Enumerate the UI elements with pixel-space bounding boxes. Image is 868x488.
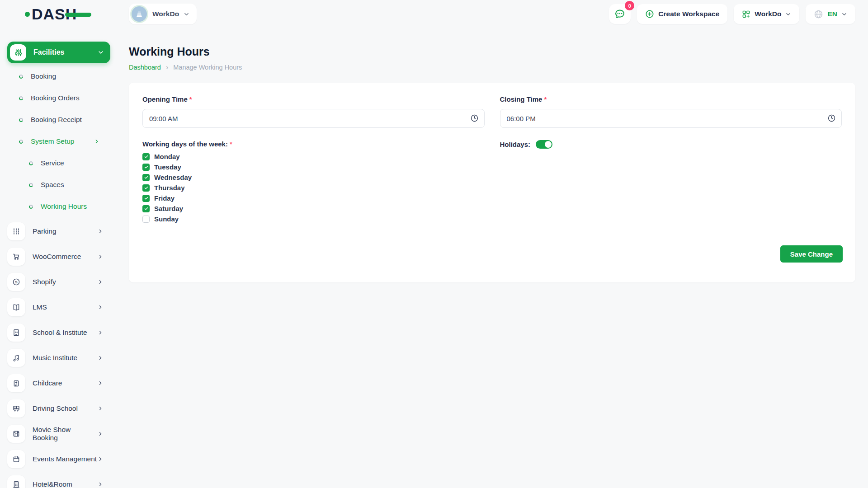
- clock-icon: [827, 114, 836, 122]
- checkbox-wednesday[interactable]: [142, 174, 150, 181]
- language-code: EN: [827, 10, 837, 18]
- sidebar-item-booking[interactable]: Booking: [7, 66, 110, 87]
- required-asterisk: *: [230, 140, 232, 148]
- sidebar: Facilities Booking Booking Orders Bookin…: [7, 42, 110, 488]
- sidebar-item-hotel-room[interactable]: Hotel&Room: [7, 472, 110, 488]
- chevron-down-icon: [184, 11, 189, 17]
- breadcrumb-separator: ›: [166, 64, 168, 71]
- opening-time-label: Opening Time*: [142, 95, 485, 103]
- sidebar-item-childcare[interactable]: Childcare: [7, 371, 110, 396]
- breadcrumb: Dashboard › Manage Working Hours: [129, 64, 855, 71]
- day-checkbox-row[interactable]: Sunday: [142, 214, 485, 224]
- app-logo: DASH: [25, 6, 91, 22]
- day-checkbox-row[interactable]: Friday: [142, 193, 485, 203]
- sidebar-item-working-hours[interactable]: Working Hours: [7, 196, 110, 217]
- logo-dot: [25, 12, 30, 17]
- day-checkbox-row[interactable]: Wednesday: [142, 172, 485, 183]
- music-note-icon: [7, 349, 25, 367]
- chevron-right-icon: [98, 406, 103, 411]
- workspace-menu-label: WorkDo: [755, 10, 781, 18]
- working-days-label: Working days of the week:*: [142, 140, 485, 148]
- checkbox-tuesday[interactable]: [142, 164, 150, 171]
- bullet-icon: [19, 139, 24, 144]
- chevron-right-icon: [98, 279, 103, 285]
- book-icon: [7, 298, 25, 316]
- sidebar-item-shopify[interactable]: S Shopify: [7, 269, 110, 295]
- bullet-icon: [19, 74, 24, 79]
- language-selector[interactable]: EN: [806, 4, 855, 24]
- closing-time-input[interactable]: [500, 109, 842, 128]
- day-checkbox-row[interactable]: Saturday: [142, 203, 485, 214]
- checkbox-saturday[interactable]: [142, 205, 150, 212]
- sidebar-item-booking-orders[interactable]: Booking Orders: [7, 87, 110, 109]
- opening-time-group: Opening Time* Working days of the week:*…: [142, 95, 485, 224]
- workspace-avatar: [132, 6, 147, 22]
- workspace-menu-button[interactable]: WorkDo: [734, 4, 799, 24]
- svg-text:S: S: [15, 280, 18, 284]
- chevron-right-icon: [98, 229, 103, 234]
- holidays-toggle[interactable]: [536, 140, 552, 149]
- sidebar-item-lms[interactable]: LMS: [7, 295, 110, 320]
- bullet-icon: [19, 117, 24, 122]
- page-title: Working Hours: [129, 45, 855, 58]
- chevron-right-icon: [98, 330, 103, 335]
- globe-icon: [814, 9, 823, 19]
- working-days-group: Working days of the week:* Monday Tuesda…: [142, 140, 485, 224]
- sidebar-item-parking[interactable]: Parking: [7, 219, 110, 244]
- sidebar-item-booking-receipt[interactable]: Booking Receipt: [7, 109, 110, 131]
- breadcrumb-dashboard-link[interactable]: Dashboard: [129, 64, 161, 71]
- create-workspace-label: Create Workspace: [658, 10, 719, 18]
- plus-circle-icon: [645, 9, 654, 19]
- sidebar-item-school-institute[interactable]: School & Institute: [7, 320, 110, 345]
- holidays-group: Holidays:: [500, 140, 842, 149]
- chevron-down-icon: [785, 11, 791, 17]
- calendar-icon: [7, 450, 25, 468]
- checkbox-thursday[interactable]: [142, 184, 150, 192]
- workspace-name: WorkDo: [152, 10, 179, 18]
- workspace-switcher[interactable]: WorkDo: [129, 4, 197, 24]
- sidebar-item-woocommerce[interactable]: WooCommerce: [7, 244, 110, 269]
- working-hours-card: Opening Time* Working days of the week:*…: [129, 83, 855, 282]
- checkbox-friday[interactable]: [142, 195, 150, 202]
- bullet-icon: [28, 204, 34, 209]
- sidebar-item-events-management[interactable]: Events Management: [7, 446, 110, 472]
- day-checkbox-row[interactable]: Thursday: [142, 183, 485, 193]
- sidebar-item-music-institute[interactable]: Music Institute: [7, 345, 110, 371]
- shopify-icon: S: [7, 273, 25, 291]
- holidays-label: Holidays:: [500, 141, 531, 148]
- chevron-right-icon: [98, 431, 103, 436]
- closing-time-label: Closing Time*: [500, 95, 842, 103]
- building-icon: [135, 10, 143, 18]
- checkbox-sunday[interactable]: [142, 216, 150, 223]
- breadcrumb-current: Manage Working Hours: [173, 64, 242, 71]
- chevron-down-icon: [841, 11, 847, 17]
- save-change-button[interactable]: Save Change: [780, 245, 843, 263]
- closing-time-group: Closing Time* Holidays:: [500, 95, 842, 224]
- day-checkbox-row[interactable]: Tuesday: [142, 162, 485, 172]
- chevron-right-icon: [98, 482, 103, 487]
- topbar-actions: 0 Create Workspace WorkDo EN: [609, 4, 855, 24]
- day-checkbox-row[interactable]: Monday: [142, 151, 485, 162]
- messages-button[interactable]: 0: [609, 4, 631, 24]
- logo-dash-bar: [65, 13, 91, 17]
- sidebar-item-service[interactable]: Service: [7, 152, 110, 174]
- sidebar-section-facilities[interactable]: Facilities: [7, 42, 110, 63]
- film-icon: [7, 425, 25, 443]
- required-asterisk: *: [544, 95, 547, 103]
- sliders-icon: [14, 48, 23, 57]
- sidebar-item-movie-show-booking[interactable]: Movie Show Booking: [7, 421, 110, 446]
- create-workspace-button[interactable]: Create Workspace: [637, 4, 727, 24]
- chevron-right-icon: [94, 139, 99, 144]
- message-count-badge: 0: [625, 1, 634, 10]
- chevron-right-icon: [98, 380, 103, 386]
- sidebar-item-system-setup[interactable]: System Setup: [7, 131, 110, 152]
- cart-icon: [7, 248, 25, 266]
- chevron-right-icon: [98, 456, 103, 462]
- checkbox-monday[interactable]: [142, 153, 150, 160]
- sidebar-item-spaces[interactable]: Spaces: [7, 174, 110, 196]
- sidebar-item-driving-school[interactable]: Driving School: [7, 396, 110, 421]
- grid-plus-icon: [742, 10, 750, 19]
- opening-time-input[interactable]: [142, 109, 485, 128]
- clock-icon: [470, 114, 479, 122]
- bullet-icon: [28, 182, 34, 188]
